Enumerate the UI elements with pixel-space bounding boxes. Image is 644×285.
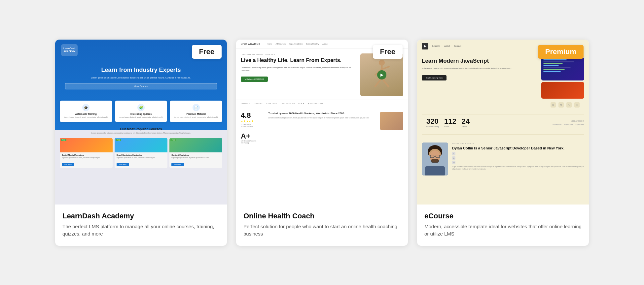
card2-featured-logos: UDEMY LINKEDIN CROSSPLAN ■ ■ ■ ▶ PLATFOR… (255, 103, 323, 105)
card1-feature-training: 🎓 Actionable Training Lorem ipsum dolor … (60, 101, 112, 122)
card3-twitter-icon[interactable]: t (452, 152, 455, 155)
card1-material-icon: 📄 (193, 104, 200, 111)
card1-course-email: Free Email Marketing Strategies In portt… (115, 138, 167, 168)
card2-nav-about[interactable]: About (322, 43, 328, 45)
card1-course-social-body: Social Media Marketing In porttitor ipsu… (60, 152, 113, 168)
card2-logo-crossplan: CROSSPLAN (281, 103, 295, 105)
card2-hero-btn[interactable]: VIEW ALL COURSES (241, 77, 268, 82)
card3-hero-btn[interactable]: Start Learning Now (422, 75, 447, 80)
card2-trusted: Trusted by over 7000 Health Seekers, Wor… (263, 107, 403, 133)
card2-stats: 4.8 ★★★★★ 1,564 Ratings Google Reviews A… (241, 107, 263, 149)
card2-play-icon[interactable]: ▶ (377, 70, 386, 79)
cards-container: Free LearnDash ACADEMY Home All Courses … (41, 40, 603, 246)
card2-hero-desc: Get healthier by following lorem ipsum. … (241, 66, 357, 72)
card3-divider-2 (422, 134, 584, 135)
card1-course-content-btn[interactable]: See more (171, 163, 184, 166)
card1-courses: Free Social Media Marketing In porttitor… (55, 138, 227, 168)
card1-logo: LearnDash ACADEMY (61, 44, 78, 56)
card1-course-email-desc: In porttitor ipsum dolor sit amet, conse… (117, 157, 165, 159)
card3-icon-3: ▽ (566, 102, 572, 108)
card3-hero-text: Learn Modern JavaScript Nulla semper rho… (422, 57, 537, 108)
card3-featured-logos: logotipum logotipum logotipum (553, 123, 584, 125)
card3-code-line-7 (543, 71, 561, 72)
card1-feature-material: 📄 Premium Material Lorem ipsum dolor sit… (170, 101, 222, 122)
card1-course-email-body: Email Marketing Strategies In porttitor … (115, 152, 167, 168)
card2-trusted-title: Trusted by over 7000 Health Seekers, Wor… (268, 112, 375, 115)
card3-stat-series-label: Series (444, 126, 456, 128)
card3-code-line-3 (543, 63, 563, 64)
card3-badge[interactable]: Premium (538, 45, 584, 59)
card1-info: LearnDash Academy The perfect LMS platfo… (55, 205, 227, 246)
card3-stat-articles-label: Articles (462, 126, 470, 128)
card3-stat-series: 112 Series (444, 118, 456, 128)
card3-desc: Modern, accessible template ideal for we… (424, 223, 582, 238)
card1-course-email-btn[interactable]: See more (117, 163, 129, 166)
card1-course-social-btn[interactable]: See more (62, 163, 74, 166)
card-health-coach: Free LIVE AGAMUS Home All Courses Yoga H… (236, 40, 408, 246)
card1-course-social-img: Free (60, 138, 113, 152)
card3-hero-desc: Nulla semper rhoncus ultrices varius eui… (422, 67, 537, 70)
card2-hero-img: ▶ (360, 53, 403, 96)
card1-quizzes-desc: Lorem ipsum dolor sit amet, consectetur … (118, 116, 165, 119)
card1-course-email-badge: Free (116, 139, 121, 141)
card2-nav-courses[interactable]: All Courses (275, 43, 286, 45)
card3-author-tag: ABOUT THE AUTHOR (452, 142, 584, 144)
card1-quizzes-title: Interesting Quizzes (118, 113, 165, 115)
card3-stat-series-num: 112 (444, 118, 456, 125)
card1-course-content-img: Free (169, 138, 222, 152)
card2-stat-rating-label: 1,564 Ratings Google Reviews (241, 123, 256, 128)
card3-code-display (541, 57, 584, 75)
card3-nav-lessons[interactable]: Lessons (432, 45, 440, 47)
card2-nav-yoga[interactable]: Yoga Healthline (289, 43, 303, 45)
card2-trusted-img (380, 112, 403, 130)
card1-course-social-badge: Free (61, 139, 66, 141)
card3-hero-imgs: ⊞ ⚙ ▽ ☆ (541, 57, 584, 108)
card3-logo-1: logotipum (553, 123, 561, 125)
card1-course-social: Free Social Media Marketing In porttitor… (60, 138, 113, 168)
card3-nav-contact[interactable]: Contact (454, 45, 461, 47)
card2-hero-text: ON-DEMAND VIDEO COURSES Live a Healthy L… (241, 53, 357, 82)
card3-github-icon[interactable]: gh (452, 161, 455, 164)
card3-stat-articles: 24 Articles (462, 118, 470, 128)
card1-hero-sub: Lorem ipsum dolor sit amet, consectetur … (65, 76, 217, 79)
card2-stat-grade-label: 130 Student Reviews 460 Rating (241, 140, 256, 144)
card1-material-desc: Lorem ipsum dolor sit amet, consectetur … (172, 116, 220, 119)
card2-trusted-desc: Lorem ipsum following this lorem. Proin … (268, 117, 375, 119)
card3-code-line-5 (543, 67, 571, 68)
card2-logo: LIVE AGAMUS (241, 43, 260, 45)
card3-stat-hours-num: 320 (426, 118, 439, 125)
card1-badge[interactable]: Free (192, 45, 222, 59)
card2-nav-home[interactable]: Home (267, 43, 272, 45)
card1-desc: The perfect LMS platform to manage all y… (62, 223, 220, 238)
svg-point-0 (379, 60, 385, 66)
card3-icon-2: ⚙ (558, 102, 564, 108)
card1-training-desc: Lorem ipsum dolor sit amet, consectetur … (62, 116, 110, 119)
card1-course-social-desc: In porttitor ipsum dolor sit amet, conse… (62, 157, 111, 159)
card2-hero-tag: ON-DEMAND VIDEO COURSES (241, 53, 357, 55)
card3-author-info: ABOUT THE AUTHOR Dylan Collin Is a Senio… (452, 142, 584, 171)
card3-code-line-1 (543, 59, 567, 60)
card3-hero: Learn Modern JavaScript Nulla semper rho… (417, 53, 589, 111)
card1-popular: Our Most Popular Courses Lorem ipsum dol… (55, 122, 227, 135)
card3-divider (422, 114, 584, 114)
card1-hero-title: Learn from Industry Experts (65, 67, 217, 74)
svg-point-13 (431, 159, 439, 163)
card2-stat-stars: ★★★★★ (241, 120, 256, 123)
card1-course-content-title: Content Marketing (171, 154, 220, 156)
card1-material-title: Premium Material (172, 113, 220, 115)
card2-nav-eating[interactable]: Eating Healthy (306, 43, 319, 45)
card3-stat-articles-num: 24 (462, 118, 470, 125)
card1-course-social-title: Social Media Marketing (62, 154, 111, 156)
card1-hero-btn[interactable]: View Courses (65, 83, 217, 89)
card1-course-content-badge: Free (170, 139, 176, 141)
card1-popular-sub: Lorem ipsum dolor sit amet, consectetur … (60, 132, 222, 135)
card2-logo-other: ▶ PLATFORM (308, 103, 323, 105)
card1-course-email-img: Free (115, 138, 167, 152)
card2-badge[interactable]: Free (373, 45, 403, 59)
card3-nav-links: Lessons About Contact (432, 45, 461, 47)
card3-nav-about[interactable]: About (444, 45, 450, 47)
card3-code-line-2 (543, 61, 574, 62)
card3-linkedin-icon[interactable]: in (452, 156, 455, 160)
card1-course-content: Free Content Marketing Repellat perspici… (169, 138, 222, 168)
card1-course-content-desc: Repellat perspiciatis cum. In porttitor … (171, 157, 220, 159)
